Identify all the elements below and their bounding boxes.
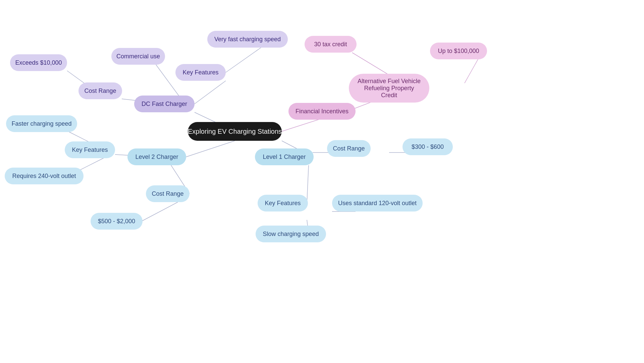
level2-faster-node: Faster charging speed [6, 115, 77, 132]
level2-node: Level 2 Charger [127, 148, 186, 165]
dc-cost-range-node: Cost Range [78, 82, 122, 99]
level1-slow-node: Slow charging speed [256, 226, 326, 242]
svg-line-2 [226, 48, 261, 72]
svg-line-11 [142, 202, 178, 221]
svg-line-15 [307, 165, 309, 203]
level1-120v-node: Uses standard 120-volt outlet [332, 195, 423, 211]
level1-cost-val-node: $300 - $600 [402, 138, 453, 155]
dc-commercial-node: Commercial use [111, 48, 165, 65]
level1-cost-range-node: Cost Range [327, 140, 371, 157]
dc-fast-charger-node: DC Fast Charger [134, 96, 195, 112]
dc-very-fast-node: Very fast charging speed [207, 31, 288, 48]
level1-key-features-node: Key Features [258, 195, 308, 211]
level2-cost-val-node: $500 - $2,000 [91, 213, 143, 230]
tax30-node: 30 tax credit [305, 36, 357, 53]
center-node: Exploring EV Charging Stations [188, 122, 282, 141]
level2-key-features-node: Key Features [65, 141, 115, 158]
level2-240v-node: Requires 240-volt outlet [5, 168, 84, 184]
level1-node: Level 1 Charger [255, 148, 314, 165]
dc-exceeds-node: Exceeds $10,000 [10, 54, 67, 71]
svg-line-6 [186, 141, 235, 157]
svg-line-18 [282, 119, 320, 131]
svg-line-21 [465, 59, 478, 83]
alt-fuel-credit-node: Alternative Fuel Vehicle Refueling Prope… [349, 74, 429, 103]
up100k-node: Up to $100,000 [430, 43, 487, 59]
svg-line-1 [195, 81, 226, 104]
financial-incentives-node: Financial Incentives [288, 103, 356, 120]
level2-cost-range-node: Cost Range [146, 185, 190, 202]
dc-key-features-node: Key Features [175, 64, 226, 81]
